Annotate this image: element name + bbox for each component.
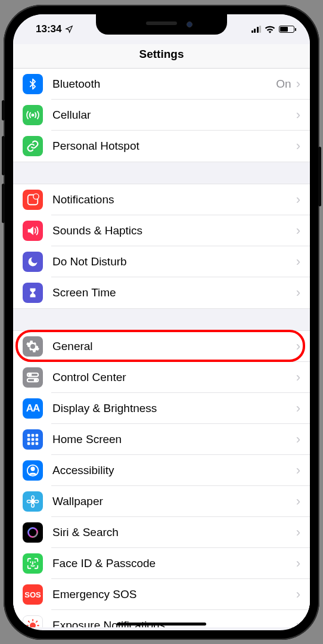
row-label: Home Screen <box>52 433 296 446</box>
settings-row-general[interactable]: General› <box>13 331 310 362</box>
settings-row-screentime[interactable]: Screen Time› <box>13 277 310 308</box>
svg-rect-7 <box>27 434 30 437</box>
svg-point-38 <box>28 621 29 622</box>
person-icon <box>23 460 43 481</box>
chevron-right-icon: › <box>296 526 300 539</box>
settings-list[interactable]: BluetoothOn›Cellular›Personal Hotspot›No… <box>13 69 310 627</box>
settings-row-display[interactable]: AADisplay & Brightness› <box>13 393 310 424</box>
settings-row-cellular[interactable]: Cellular› <box>13 100 310 131</box>
row-label: Display & Brightness <box>52 402 296 415</box>
hourglass-icon <box>23 283 43 303</box>
svg-point-37 <box>38 625 39 626</box>
power-button <box>318 147 321 206</box>
phone-frame: 13:34 Settings BluetoothOn›Cellular›Pers… <box>4 5 319 640</box>
settings-row-sounds[interactable]: Sounds & Haptics› <box>13 215 310 246</box>
settings-group-alerts: Notifications›Sounds & Haptics›Do Not Di… <box>13 184 310 309</box>
virus-icon <box>23 615 43 627</box>
screen: 13:34 Settings BluetoothOn›Cellular›Pers… <box>13 14 310 630</box>
chevron-right-icon: › <box>296 340 300 353</box>
settings-row-siri[interactable]: Siri & Search› <box>13 517 310 548</box>
settings-row-homescreen[interactable]: Home Screen› <box>13 424 310 455</box>
svg-point-6 <box>35 379 37 382</box>
faceid-icon <box>23 553 43 574</box>
page-title: Settings <box>13 44 310 69</box>
speaker-icon <box>23 221 43 241</box>
svg-rect-12 <box>36 438 39 441</box>
row-label: Do Not Disturb <box>52 255 296 268</box>
siri-icon <box>23 522 43 543</box>
row-label: General <box>52 340 296 353</box>
speaker-grille <box>146 21 177 25</box>
volume-down-button <box>2 184 5 223</box>
svg-point-4 <box>29 374 32 376</box>
settings-row-hotspot[interactable]: Personal Hotspot› <box>13 131 310 162</box>
row-label: Accessibility <box>52 464 296 477</box>
svg-point-25 <box>30 623 36 627</box>
chevron-right-icon: › <box>296 140 300 153</box>
mute-switch <box>2 100 5 120</box>
sos-icon: SOS <box>23 584 43 605</box>
chevron-right-icon: › <box>296 495 300 508</box>
settings-row-notifications[interactable]: Notifications› <box>13 184 310 215</box>
antenna-icon <box>23 105 43 125</box>
chevron-right-icon: › <box>296 371 300 384</box>
chevron-right-icon: › <box>296 619 300 627</box>
chevron-right-icon: › <box>296 78 300 91</box>
svg-point-22 <box>35 500 38 503</box>
settings-row-wallpaper[interactable]: Wallpaper› <box>13 486 310 517</box>
row-label: Wallpaper <box>52 495 296 508</box>
chevron-right-icon: › <box>296 255 300 268</box>
location-arrow-icon <box>65 25 73 33</box>
svg-point-18 <box>31 500 35 503</box>
bluetooth-icon <box>23 74 43 94</box>
svg-point-21 <box>27 500 30 503</box>
grid-icon <box>23 429 43 450</box>
settings-row-bluetooth[interactable]: BluetoothOn› <box>13 69 310 100</box>
svg-rect-11 <box>32 438 35 441</box>
row-label: Screen Time <box>52 286 296 299</box>
status-time: 13:34 <box>36 23 61 35</box>
chevron-right-icon: › <box>296 286 300 299</box>
volume-up-button <box>2 136 5 175</box>
settings-group-connectivity: BluetoothOn›Cellular›Personal Hotspot› <box>13 69 310 162</box>
text-size-icon: AA <box>23 398 43 419</box>
settings-row-accessibility[interactable]: Accessibility› <box>13 455 310 486</box>
notch <box>96 14 227 35</box>
notification-icon <box>23 190 43 210</box>
chevron-right-icon: › <box>296 193 300 206</box>
switches-icon <box>23 367 43 388</box>
row-label: Personal Hotspot <box>52 140 296 153</box>
cellular-signal-icon <box>251 26 262 33</box>
chevron-right-icon: › <box>296 588 300 601</box>
row-value: On <box>276 78 291 91</box>
settings-row-sos[interactable]: SOSEmergency SOS› <box>13 579 310 610</box>
settings-group-main: General›Control Center›AADisplay & Brigh… <box>13 330 310 627</box>
chevron-right-icon: › <box>296 464 300 477</box>
row-label: Control Center <box>52 371 296 384</box>
svg-point-19 <box>32 496 35 499</box>
svg-point-20 <box>32 503 35 507</box>
chevron-right-icon: › <box>296 557 300 570</box>
row-label: Face ID & Passcode <box>52 557 296 570</box>
svg-point-2 <box>33 194 39 199</box>
settings-row-faceid[interactable]: Face ID & Passcode› <box>13 548 310 579</box>
link-icon <box>23 136 43 156</box>
settings-row-dnd[interactable]: Do Not Disturb› <box>13 246 310 277</box>
row-label: Siri & Search <box>52 526 296 539</box>
moon-icon <box>23 252 43 272</box>
svg-point-41 <box>36 621 38 622</box>
svg-rect-9 <box>36 434 39 437</box>
chevron-right-icon: › <box>296 224 300 237</box>
row-label: Notifications <box>52 193 296 206</box>
row-label: Bluetooth <box>52 78 276 91</box>
settings-row-controlcenter[interactable]: Control Center› <box>13 362 310 393</box>
chevron-right-icon: › <box>296 433 300 446</box>
wifi-icon <box>265 25 275 33</box>
svg-point-17 <box>31 467 35 471</box>
chevron-right-icon: › <box>296 109 300 122</box>
svg-rect-14 <box>32 442 35 445</box>
home-indicator[interactable] <box>117 623 206 626</box>
svg-point-36 <box>26 625 27 626</box>
row-label: Sounds & Haptics <box>52 224 296 237</box>
gear-icon <box>23 336 43 357</box>
